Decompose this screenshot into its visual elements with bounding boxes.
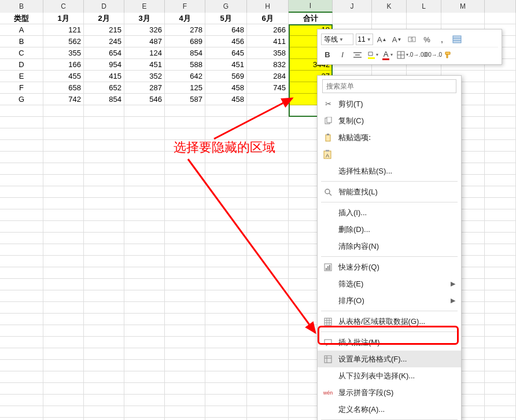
empty-cell[interactable] <box>0 175 43 186</box>
empty-cell[interactable] <box>247 186 289 198</box>
empty-cell[interactable] <box>43 209 84 221</box>
empty-cell[interactable] <box>0 348 43 360</box>
empty-cell[interactable] <box>205 163 247 175</box>
empty-cell[interactable] <box>205 244 247 256</box>
empty-cell[interactable] <box>205 117 247 128</box>
empty-cell[interactable] <box>0 314 43 325</box>
empty-cell[interactable] <box>84 128 124 140</box>
empty-cell[interactable] <box>485 395 516 406</box>
menu-copy[interactable]: 复制(C) <box>318 112 461 129</box>
empty-cell[interactable] <box>485 314 516 325</box>
data-cell[interactable]: 648 <box>205 24 247 36</box>
data-cell[interactable]: 458 <box>205 82 247 94</box>
font-size-select[interactable]: 11▼ <box>356 34 373 45</box>
empty-cell[interactable] <box>84 406 124 418</box>
data-cell[interactable]: 278 <box>165 24 205 36</box>
empty-cell[interactable] <box>124 360 165 371</box>
empty-cell[interactable] <box>0 371 43 383</box>
empty-cell[interactable] <box>165 198 205 209</box>
empty-cell[interactable] <box>485 105 516 117</box>
empty-cell[interactable] <box>84 221 124 233</box>
empty-cell[interactable] <box>205 314 247 325</box>
empty-cell[interactable] <box>205 418 247 420</box>
data-cell[interactable]: A <box>0 24 43 36</box>
empty-cell[interactable] <box>43 418 84 420</box>
empty-cell[interactable] <box>0 383 43 395</box>
data-cell[interactable]: C <box>0 47 43 59</box>
data-cell[interactable]: 451 <box>124 59 165 71</box>
empty-cell[interactable] <box>124 233 165 244</box>
increase-font-icon[interactable]: A▲ <box>375 33 388 46</box>
empty-cell[interactable] <box>205 290 247 302</box>
empty-cell[interactable] <box>165 302 205 314</box>
data-cell[interactable]: 326 <box>124 24 165 36</box>
empty-cell[interactable] <box>485 175 516 186</box>
empty-cell[interactable] <box>247 256 289 267</box>
percent-icon[interactable]: % <box>421 33 433 46</box>
empty-cell[interactable] <box>84 371 124 383</box>
empty-cell[interactable] <box>43 337 84 348</box>
empty-cell[interactable] <box>485 267 516 279</box>
empty-cell[interactable] <box>43 152 84 163</box>
empty-cell[interactable] <box>165 186 205 198</box>
empty-cell[interactable] <box>247 418 289 420</box>
empty-cell[interactable] <box>165 314 205 325</box>
empty-cell[interactable] <box>205 256 247 267</box>
empty-cell[interactable] <box>0 325 43 337</box>
empty-cell[interactable] <box>247 290 289 302</box>
data-cell[interactable]: 654 <box>84 47 124 59</box>
empty-cell[interactable] <box>84 383 124 395</box>
data-cell[interactable]: 587 <box>165 94 205 105</box>
empty-cell[interactable] <box>84 186 124 198</box>
empty-cell[interactable] <box>124 383 165 395</box>
empty-cell[interactable] <box>247 105 289 117</box>
empty-cell[interactable] <box>205 337 247 348</box>
empty-cell[interactable] <box>124 406 165 418</box>
empty-cell[interactable] <box>165 279 205 290</box>
header-cell[interactable]: 1月 <box>43 13 84 24</box>
empty-cell[interactable] <box>205 406 247 418</box>
empty-cell[interactable] <box>124 152 165 163</box>
menu-get-data[interactable]: 从表格/区域获取数据(G)... <box>318 313 461 330</box>
empty-cell[interactable] <box>43 290 84 302</box>
empty-cell[interactable] <box>165 371 205 383</box>
data-cell[interactable]: 266 <box>247 24 289 36</box>
menu-clear[interactable]: 清除内容(N) <box>318 238 461 255</box>
header-cell[interactable] <box>333 13 372 24</box>
empty-cell[interactable] <box>0 256 43 267</box>
empty-cell[interactable] <box>165 267 205 279</box>
empty-cell[interactable] <box>205 233 247 244</box>
empty-cell[interactable] <box>124 395 165 406</box>
data-cell[interactable]: 124 <box>124 47 165 59</box>
empty-cell[interactable] <box>247 233 289 244</box>
empty-cell[interactable] <box>205 140 247 152</box>
empty-cell[interactable] <box>84 198 124 209</box>
data-cell[interactable]: 652 <box>84 82 124 94</box>
empty-cell[interactable] <box>165 233 205 244</box>
align-center-icon[interactable] <box>351 49 364 61</box>
empty-cell[interactable] <box>84 267 124 279</box>
empty-cell[interactable] <box>485 152 516 163</box>
borders-icon[interactable]: ▾ <box>396 49 409 61</box>
decrease-font-icon[interactable]: A▼ <box>390 33 403 46</box>
data-cell[interactable]: 546 <box>124 94 165 105</box>
empty-cell[interactable] <box>247 348 289 360</box>
empty-cell[interactable] <box>205 325 247 337</box>
menu-search[interactable] <box>322 79 456 93</box>
empty-cell[interactable] <box>43 302 84 314</box>
data-cell[interactable]: 854 <box>165 47 205 59</box>
empty-cell[interactable] <box>43 256 84 267</box>
data-cell[interactable]: 588 <box>165 59 205 71</box>
empty-cell[interactable] <box>0 360 43 371</box>
empty-cell[interactable] <box>165 360 205 371</box>
empty-cell[interactable] <box>0 198 43 209</box>
empty-cell[interactable] <box>84 244 124 256</box>
data-cell[interactable] <box>247 94 289 105</box>
col-header-K[interactable]: K <box>372 0 407 13</box>
menu-cut[interactable]: ✂ 剪切(T) <box>318 95 461 112</box>
empty-cell[interactable] <box>165 117 205 128</box>
menu-smart-lookup[interactable]: 智能查找(L) <box>318 183 461 200</box>
comma-style-icon[interactable]: , <box>436 33 448 46</box>
empty-cell[interactable] <box>165 105 205 117</box>
empty-cell[interactable] <box>247 128 289 140</box>
